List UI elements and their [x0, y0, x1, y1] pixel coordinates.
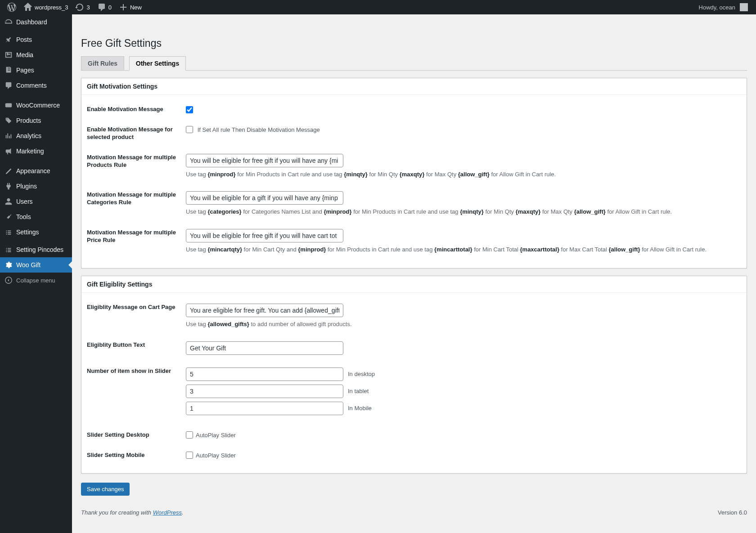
comments-icon: [4, 81, 13, 90]
site-name-link[interactable]: wordpress_3: [20, 0, 72, 14]
save-button[interactable]: Save changes: [81, 483, 130, 496]
enable-selected-checkbox[interactable]: [186, 126, 193, 133]
site-name: wordpress_3: [35, 4, 68, 11]
enable-motivation-label: Enable Motivation Message: [87, 106, 186, 113]
sidebar-item-woo-gift[interactable]: Woo Gift: [0, 257, 72, 273]
multi-products-input[interactable]: [186, 154, 343, 167]
enable-motivation-checkbox[interactable]: [186, 106, 193, 113]
comments-link[interactable]: 0: [94, 0, 115, 14]
slider-mobile-label: Slider Setting Mobile: [87, 452, 186, 459]
users-icon: [4, 197, 13, 206]
slider-tablet-input[interactable]: [186, 385, 343, 398]
eligibility-heading: Gift Eligiblity Settings: [81, 276, 747, 293]
admin-bar: wordpress_3 3 0 New Howdy, ocean: [0, 0, 756, 14]
button-text-input[interactable]: [186, 341, 343, 355]
pages-icon: [4, 66, 13, 74]
slider-mobile-suffix: In Mobile: [348, 405, 372, 412]
slider-tablet-suffix: In tablet: [348, 388, 369, 394]
slider-mobile-autoplay-checkbox[interactable]: [186, 452, 193, 459]
footer: Thank you for creating with WordPress. V…: [81, 509, 747, 516]
slider-mobile-input[interactable]: [186, 402, 343, 415]
sidebar-item-users[interactable]: Users: [0, 194, 72, 209]
svg-rect-0: [5, 103, 12, 107]
appearance-icon: [4, 167, 13, 175]
sidebar-item-woocommerce[interactable]: WooCommerce: [0, 98, 72, 113]
dashboard-icon: [4, 18, 13, 26]
enable-selected-label: Enable Motivation Message for selected p…: [87, 126, 186, 141]
gear-icon: [4, 261, 13, 269]
motivation-panel: Gift Motivation Settings Enable Motivati…: [81, 78, 747, 269]
cart-msg-label: Eligiblity Message on Cart Page: [87, 304, 186, 311]
cart-msg-desc: Use tag {allowed_gifts} to add number of…: [186, 320, 741, 329]
sidebar-item-tools[interactable]: Tools: [0, 209, 72, 224]
multi-price-input[interactable]: [186, 229, 343, 242]
slider-mobile-autoplay-text: AutoPlay Slider: [196, 452, 236, 459]
multi-categories-label: Motivation Message for multiple Categori…: [87, 191, 186, 206]
comment-icon: [97, 3, 106, 12]
sidebar-item-settings[interactable]: Settings: [0, 224, 72, 240]
home-icon: [23, 3, 32, 12]
slider-desktop-autoplay-checkbox[interactable]: [186, 431, 193, 439]
button-text-label: Eligiblity Button Text: [87, 341, 186, 349]
sidebar-item-setting-pincodes[interactable]: Setting Pincodes: [0, 242, 72, 257]
tab-other-settings[interactable]: Other Settings: [129, 56, 186, 71]
sidebar-item-posts[interactable]: Posts: [0, 32, 72, 47]
update-icon: [75, 3, 84, 12]
sidebar-item-plugins[interactable]: Plugins: [0, 179, 72, 194]
version-text: Version 6.0: [718, 509, 747, 516]
slider-count-label: Number of item show in Slider: [87, 367, 186, 375]
motivation-heading: Gift Motivation Settings: [81, 78, 747, 95]
wordpress-link[interactable]: WordPress: [153, 509, 182, 516]
sidebar-item-pages[interactable]: Pages: [0, 63, 72, 78]
multi-price-desc: Use tag {mincartqty} for Min Cart Qty an…: [186, 245, 741, 254]
multi-categories-desc: Use tag {categories} for Categories Name…: [186, 207, 741, 216]
wordpress-icon: [7, 3, 16, 12]
sidebar-item-comments[interactable]: Comments: [0, 78, 72, 93]
howdy-account[interactable]: Howdy, ocean: [694, 3, 752, 11]
pin-icon: [4, 36, 13, 44]
analytics-icon: [4, 132, 13, 140]
collapse-icon: [4, 276, 13, 284]
plugin-icon: [4, 182, 13, 190]
eligibility-panel: Gift Eligiblity Settings Eligiblity Mess…: [81, 276, 747, 474]
woocommerce-icon: [4, 101, 13, 109]
main-content: Free Gift Settings Gift Rules Other Sett…: [72, 29, 756, 533]
tab-gift-rules[interactable]: Gift Rules: [81, 56, 124, 70]
wp-logo[interactable]: [4, 0, 20, 14]
plus-icon: [119, 3, 128, 12]
multi-price-label: Motivation Message for multiple Price Ru…: [87, 229, 186, 244]
updates-link[interactable]: 3: [72, 0, 93, 14]
settings-icon: [4, 246, 13, 254]
multi-products-label: Motivation Message for multiple Products…: [87, 154, 186, 169]
tabs: Gift Rules Other Settings: [81, 56, 747, 71]
sidebar-item-dashboard[interactable]: Dashboard: [0, 14, 72, 30]
avatar: [740, 3, 748, 11]
page-title: Free Gift Settings: [81, 33, 747, 51]
megaphone-icon: [4, 147, 13, 155]
multi-categories-input[interactable]: [186, 191, 343, 205]
admin-sidebar: Dashboard Posts Media Pages Comments Woo…: [0, 14, 72, 533]
cart-msg-input[interactable]: [186, 304, 343, 317]
tools-icon: [4, 213, 13, 221]
sidebar-item-marketing[interactable]: Marketing: [0, 143, 72, 159]
slider-desktop-label: Slider Setting Desktop: [87, 431, 186, 439]
products-icon: [4, 116, 13, 125]
new-content-link[interactable]: New: [115, 0, 145, 14]
slider-desktop-suffix: In desktop: [348, 371, 375, 377]
enable-selected-text: If Set All rule Then Disable Motivation …: [198, 126, 320, 133]
sidebar-item-media[interactable]: Media: [0, 47, 72, 63]
multi-products-desc: Use tag {minprod} for Min Products in Ca…: [186, 170, 741, 179]
sidebar-item-appearance[interactable]: Appearance: [0, 163, 72, 179]
slider-desktop-input[interactable]: [186, 367, 343, 381]
media-icon: [4, 51, 13, 59]
sidebar-item-analytics[interactable]: Analytics: [0, 128, 72, 143]
collapse-menu[interactable]: Collapse menu: [0, 273, 72, 288]
slider-desktop-autoplay-text: AutoPlay Slider: [196, 432, 236, 439]
sidebar-item-products[interactable]: Products: [0, 113, 72, 128]
settings-icon: [4, 228, 13, 236]
